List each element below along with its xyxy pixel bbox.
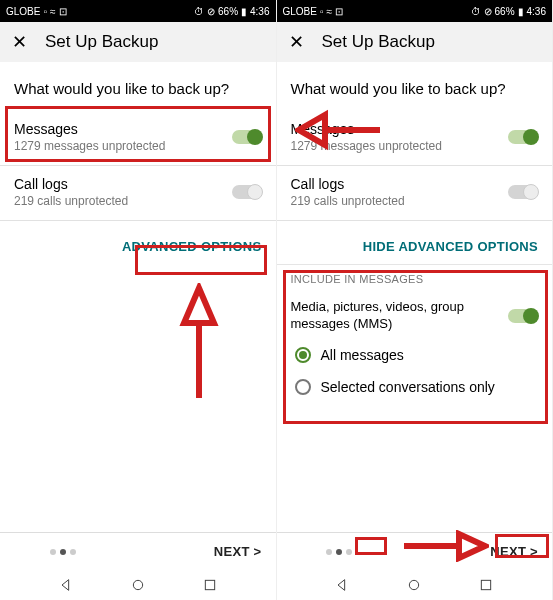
messages-subtitle: 1279 messages unprotected — [14, 139, 232, 153]
battery-icon: ▮ — [518, 6, 524, 17]
dot — [70, 549, 76, 555]
android-nav-bar — [0, 570, 276, 600]
alarm-icon: ⏱ — [471, 6, 481, 17]
messages-row[interactable]: Messages 1279 messages unprotected — [277, 111, 553, 166]
clock: 4:36 — [250, 6, 269, 17]
close-button[interactable]: ✕ — [289, 31, 304, 53]
app-header: ✕ Set Up Backup — [0, 22, 276, 62]
next-button[interactable]: NEXT > — [214, 544, 262, 559]
bottom-bar: NEXT > — [277, 532, 553, 570]
messages-subtitle: 1279 messages unprotected — [291, 139, 509, 153]
carrier-label: GLOBE — [283, 6, 317, 17]
radio-selected-label: Selected conversations only — [321, 379, 495, 395]
cast-icon: ⊡ — [59, 6, 67, 17]
subtitle-label: What would you like to back up? — [0, 62, 276, 111]
radio-selected-conversations[interactable]: Selected conversations only — [291, 371, 539, 403]
dot — [346, 549, 352, 555]
home-icon[interactable] — [130, 577, 146, 593]
svg-point-0 — [133, 580, 142, 589]
app-header: ✕ Set Up Backup — [277, 22, 553, 62]
advanced-options-link[interactable]: ADVANCED OPTIONS — [0, 221, 276, 264]
dot — [50, 549, 56, 555]
phone-right: GLOBE ▫ ≈ ⊡ ⏱ ⊘ 66% ▮ 4:36 ✕ Set Up Back… — [277, 0, 554, 600]
page-dots — [50, 549, 76, 555]
mms-toggle[interactable] — [508, 309, 538, 323]
calllogs-toggle[interactable] — [232, 185, 262, 199]
battery-icon: ▮ — [241, 6, 247, 17]
content-area: What would you like to back up? Messages… — [0, 62, 276, 532]
back-icon[interactable] — [334, 577, 350, 593]
radio-all-label: All messages — [321, 347, 404, 363]
radio-icon — [295, 379, 311, 395]
messages-title: Messages — [291, 121, 509, 137]
calllogs-toggle[interactable] — [508, 185, 538, 199]
mute-icon: ⊘ — [207, 6, 215, 17]
page-title: Set Up Backup — [322, 32, 435, 52]
calllogs-title: Call logs — [14, 176, 232, 192]
recent-icon[interactable] — [202, 577, 218, 593]
battery-pct: 66% — [495, 6, 515, 17]
page-title: Set Up Backup — [45, 32, 158, 52]
dot — [326, 549, 332, 555]
messages-row[interactable]: Messages 1279 messages unprotected — [0, 111, 276, 166]
next-button[interactable]: NEXT > — [490, 544, 538, 559]
radio-all-messages[interactable]: All messages — [291, 339, 539, 371]
mms-description: Media, pictures, videos, group messages … — [291, 299, 501, 333]
messages-toggle[interactable] — [232, 130, 262, 144]
svg-rect-1 — [205, 580, 214, 589]
page-dots — [326, 549, 352, 555]
advanced-section: INCLUDE IN MESSAGES Media, pictures, vid… — [277, 264, 553, 413]
signal-icon: ▫ — [43, 6, 47, 17]
content-area: What would you like to back up? Messages… — [277, 62, 553, 532]
svg-point-2 — [410, 580, 419, 589]
mms-row[interactable]: Media, pictures, videos, group messages … — [291, 293, 539, 339]
close-button[interactable]: ✕ — [12, 31, 27, 53]
recent-icon[interactable] — [478, 577, 494, 593]
cast-icon: ⊡ — [335, 6, 343, 17]
dot-active — [60, 549, 66, 555]
clock: 4:36 — [527, 6, 546, 17]
subtitle-label: What would you like to back up? — [277, 62, 553, 111]
hide-advanced-options-link[interactable]: HIDE ADVANCED OPTIONS — [277, 221, 553, 264]
bottom-bar: NEXT > — [0, 532, 276, 570]
android-nav-bar — [277, 570, 553, 600]
calllogs-title: Call logs — [291, 176, 509, 192]
svg-rect-3 — [481, 580, 490, 589]
advanced-section-label: INCLUDE IN MESSAGES — [291, 273, 539, 285]
wifi-icon: ≈ — [50, 6, 56, 17]
status-bar: GLOBE ▫ ≈ ⊡ ⏱ ⊘ 66% ▮ 4:36 — [0, 0, 276, 22]
phone-left: GLOBE ▫ ≈ ⊡ ⏱ ⊘ 66% ▮ 4:36 ✕ Set Up Back… — [0, 0, 277, 600]
signal-icon: ▫ — [320, 6, 324, 17]
messages-title: Messages — [14, 121, 232, 137]
calllogs-subtitle: 219 calls unprotected — [291, 194, 509, 208]
radio-icon — [295, 347, 311, 363]
mute-icon: ⊘ — [484, 6, 492, 17]
calllogs-row[interactable]: Call logs 219 calls unprotected — [0, 166, 276, 221]
calllogs-row[interactable]: Call logs 219 calls unprotected — [277, 166, 553, 221]
messages-toggle[interactable] — [508, 130, 538, 144]
dot-active — [336, 549, 342, 555]
back-icon[interactable] — [58, 577, 74, 593]
alarm-icon: ⏱ — [194, 6, 204, 17]
battery-pct: 66% — [218, 6, 238, 17]
calllogs-subtitle: 219 calls unprotected — [14, 194, 232, 208]
home-icon[interactable] — [406, 577, 422, 593]
wifi-icon: ≈ — [327, 6, 333, 17]
carrier-label: GLOBE — [6, 6, 40, 17]
status-bar: GLOBE ▫ ≈ ⊡ ⏱ ⊘ 66% ▮ 4:36 — [277, 0, 553, 22]
